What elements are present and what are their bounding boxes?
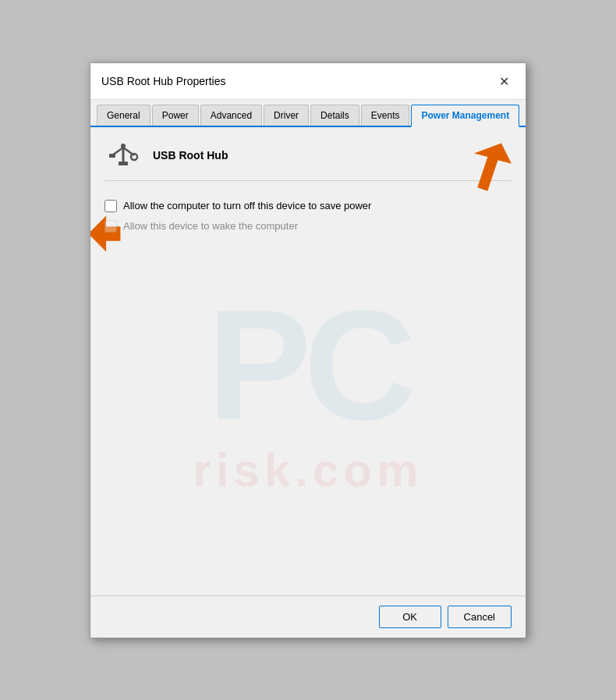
dialog-title: USB Root Hub Properties	[101, 75, 226, 95]
checkboxes-section: Allow the computer to turn off this devi…	[104, 200, 512, 233]
device-name: USB Root Hub	[153, 149, 228, 162]
allow-wake-checkbox[interactable]	[104, 220, 117, 233]
svg-point-6	[131, 154, 137, 160]
arrow-left	[90, 212, 124, 258]
svg-marker-0	[474, 143, 512, 190]
close-button[interactable]: ✕	[493, 71, 515, 93]
cancel-button[interactable]: Cancel	[448, 606, 512, 628]
tab-advanced[interactable]: Advanced	[200, 105, 262, 126]
allow-turn-off-label: Allow the computer to turn off this devi…	[123, 200, 371, 211]
ok-button[interactable]: OK	[379, 606, 441, 628]
allow-wake-label: Allow this device to wake the computer	[123, 220, 298, 232]
content-area: USB Root Hub PC risk.com Allow the compu…	[90, 127, 526, 595]
watermark: PC risk.com	[90, 190, 526, 595]
footer: OK Cancel	[90, 595, 526, 638]
allow-turn-off-checkbox[interactable]	[104, 200, 117, 212]
tab-power[interactable]: Power	[152, 105, 199, 126]
tab-bar: General Power Advanced Driver Details Ev…	[90, 100, 526, 127]
checkbox-allow-turn-off-row: Allow the computer to turn off this devi…	[104, 200, 512, 212]
svg-point-7	[121, 144, 126, 148]
tab-driver[interactable]: Driver	[264, 105, 309, 126]
tab-events[interactable]: Events	[361, 105, 410, 126]
device-header: USB Root Hub	[104, 140, 512, 181]
usb-icon	[104, 140, 142, 171]
arrow-top-right	[457, 140, 512, 197]
tab-power-management[interactable]: Power Management	[411, 105, 519, 127]
dialog-window: USB Root Hub Properties ✕ General Power …	[90, 62, 526, 638]
tab-general[interactable]: General	[97, 105, 150, 126]
svg-rect-2	[122, 147, 125, 162]
title-bar: USB Root Hub Properties ✕	[90, 63, 526, 100]
checkbox-allow-wake-row: Allow this device to wake the computer	[104, 220, 298, 233]
svg-rect-5	[109, 154, 115, 158]
svg-rect-1	[119, 162, 128, 165]
tab-details[interactable]: Details	[310, 105, 359, 126]
